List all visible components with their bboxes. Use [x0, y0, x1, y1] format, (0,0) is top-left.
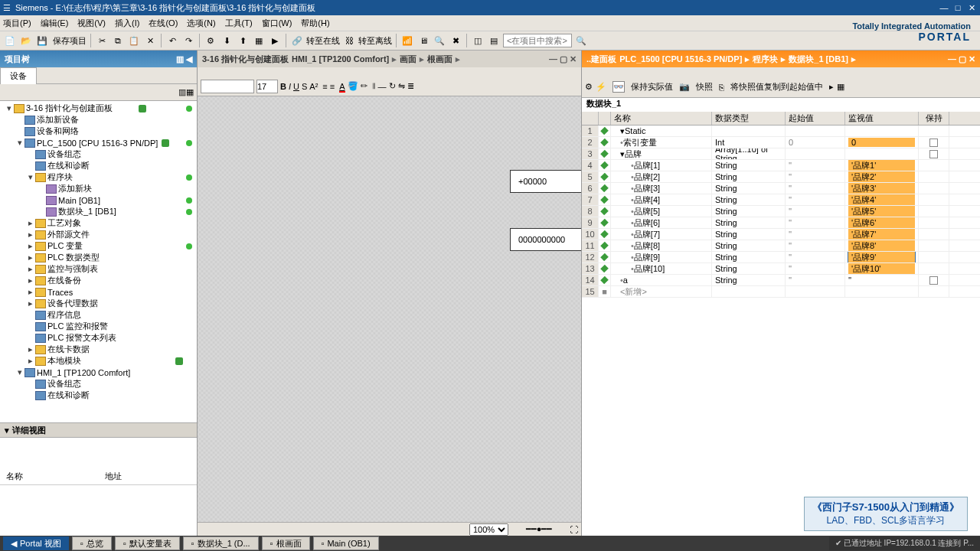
- db-row[interactable]: 15■<新增>: [582, 286, 980, 298]
- breadcrumb-item[interactable]: HMI_1 [TP1200 Comfort]: [292, 54, 389, 64]
- device-config-icon[interactable]: 🖥: [416, 34, 430, 47]
- align-left-icon[interactable]: ≡: [322, 82, 327, 91]
- db-tool2-icon[interactable]: ⚡: [596, 82, 606, 92]
- delete-icon[interactable]: ✕: [143, 34, 157, 47]
- layer-icon[interactable]: ≣: [407, 81, 414, 91]
- menu-item[interactable]: 帮助(H): [301, 18, 329, 29]
- font-size-input[interactable]: [256, 80, 278, 93]
- tree-node[interactable]: 设备和网络: [0, 126, 197, 137]
- project-tree[interactable]: ▾3-16 指针化与创建面板添加新设备设备和网络▾PLC_1500 [CPU 1…: [0, 101, 197, 422]
- save-icon[interactable]: 💾: [35, 34, 49, 47]
- bottom-tab[interactable]: ▫Main (OB1): [313, 536, 379, 550]
- tree-node[interactable]: 在线和诊断: [0, 390, 197, 401]
- db-row[interactable]: 12• 品牌[9]String'''品牌9': [582, 252, 980, 263]
- bottom-tab[interactable]: ▫默认变量表: [115, 536, 180, 550]
- portal-view-button[interactable]: ◀ Portal 视图: [3, 536, 69, 550]
- tree-node[interactable]: ▸在线备份: [0, 275, 197, 286]
- tree-node[interactable]: 设备组态: [0, 148, 197, 160]
- tree-node[interactable]: 添加新设备: [0, 114, 197, 126]
- fit-icon[interactable]: ⛶: [570, 525, 578, 534]
- db-row[interactable]: 8• 品牌[5]String'''品牌5': [582, 206, 980, 217]
- breadcrumb-item[interactable]: 数据块_1 [DB1]: [789, 54, 848, 65]
- db-row[interactable]: 14• aString'''': [582, 275, 980, 286]
- tree-node[interactable]: ▸工艺对象: [0, 217, 197, 229]
- hmi-canvas[interactable]: +000000000000000: [198, 96, 581, 522]
- cut-icon[interactable]: ✂: [95, 34, 109, 47]
- zoom-select[interactable]: 100%: [469, 523, 508, 536]
- flip-icon[interactable]: ⇋: [398, 81, 405, 91]
- io-field[interactable]: +00000: [510, 170, 581, 193]
- paste-icon[interactable]: 📋: [127, 34, 141, 47]
- menu-item[interactable]: 窗口(W): [262, 18, 292, 29]
- cross-ref-icon[interactable]: 🔍: [433, 34, 446, 47]
- tree-node[interactable]: ▾程序块: [0, 171, 197, 183]
- bold-icon[interactable]: B: [280, 82, 286, 91]
- maximize-icon[interactable]: □: [952, 2, 963, 13]
- menu-item[interactable]: 项目(P): [3, 18, 31, 29]
- tree-node[interactable]: Main [OB1]: [0, 194, 197, 206]
- breadcrumb-item[interactable]: 程序块: [753, 54, 778, 65]
- db-grid[interactable]: 名称 数据类型 起始值 监视值 保持 1▾ Static2• 索引变量Int00…: [582, 112, 980, 536]
- db-row[interactable]: 1▾ Static: [582, 126, 980, 137]
- tree-node[interactable]: 程序信息: [0, 309, 197, 321]
- snapshot-icon[interactable]: 📷: [679, 82, 690, 92]
- h-align-icon[interactable]: ⫴: [372, 81, 376, 91]
- db-row[interactable]: 11• 品牌[8]String'''品牌8': [582, 240, 980, 252]
- tree-node[interactable]: ▾3-16 指针化与创建面板: [0, 103, 197, 114]
- db-row[interactable]: 2• 索引变量Int00: [582, 137, 980, 148]
- go-offline-label[interactable]: 转至离线: [358, 35, 392, 47]
- simulate-icon[interactable]: ▦: [252, 34, 266, 47]
- tree-node[interactable]: ▸PLC 数据类型: [0, 252, 197, 263]
- menu-item[interactable]: 工具(T): [225, 18, 253, 29]
- delete2-icon[interactable]: ✖: [449, 34, 462, 47]
- tree-node[interactable]: 添加新块: [0, 183, 197, 194]
- breadcrumb-item[interactable]: PLC_1500 [CPU 1516-3 PN/DP]: [619, 54, 742, 64]
- open-project-icon[interactable]: 📂: [19, 34, 33, 47]
- snapshot-label[interactable]: 快照: [693, 81, 716, 93]
- tree-node[interactable]: ▸本地模块: [0, 355, 197, 367]
- menu-item[interactable]: 视图(V): [77, 18, 106, 29]
- bottom-tab[interactable]: ▫数据块_1 (D...: [183, 536, 259, 550]
- tree-node[interactable]: 设备组态: [0, 378, 197, 390]
- tree-node[interactable]: ▾PLC_1500 [CPU 1516-3 PN/DP]: [0, 137, 197, 148]
- line-color-icon[interactable]: ✏: [361, 81, 368, 91]
- tree-node[interactable]: ▸PLC 变量: [0, 240, 197, 252]
- search-icon[interactable]: 🔍: [574, 34, 588, 47]
- db-row[interactable]: 4• 品牌[1]String'''品牌1': [582, 160, 980, 171]
- tree-node[interactable]: ▸设备代理数据: [0, 298, 197, 309]
- v-align-icon[interactable]: —: [378, 82, 387, 91]
- detail-view-header[interactable]: ▾详细视图: [0, 422, 197, 438]
- breadcrumb-item[interactable]: 3-16 指针化与创建面板: [202, 54, 289, 65]
- go-online-label[interactable]: 转至在线: [306, 35, 340, 47]
- tree-expand-icon[interactable]: ▦: [186, 87, 194, 97]
- db-goggles-icon[interactable]: 👓: [612, 81, 625, 93]
- db-row[interactable]: 5• 品牌[2]String'''品牌2': [582, 171, 980, 183]
- upload-icon[interactable]: ⬆: [236, 34, 250, 47]
- download-icon[interactable]: ⬇: [220, 34, 234, 47]
- underline-icon[interactable]: U: [293, 82, 299, 91]
- tree-node[interactable]: 在线和诊断: [0, 160, 197, 171]
- tree-node[interactable]: PLC 报警文本列表: [0, 332, 197, 344]
- superscript-icon[interactable]: A²: [309, 82, 318, 91]
- project-search-input[interactable]: [503, 34, 572, 47]
- go-online-icon[interactable]: 🔗: [290, 34, 304, 47]
- bottom-tab[interactable]: ▫根画面: [262, 536, 310, 550]
- font-color-icon[interactable]: A: [339, 82, 345, 91]
- accessible-devices-icon[interactable]: 📶: [400, 34, 414, 47]
- copy-snap-label[interactable]: 将快照值复制到起始值中: [727, 81, 826, 93]
- close-icon[interactable]: ✕: [966, 2, 977, 13]
- db-row[interactable]: 7• 品牌[4]String'''品牌4': [582, 194, 980, 206]
- copy-snap-icon[interactable]: ⎘: [719, 83, 724, 92]
- breadcrumb-item[interactable]: ..建面板: [586, 54, 616, 65]
- menu-item[interactable]: 编辑(E): [41, 18, 69, 29]
- db-row[interactable]: 10• 品牌[7]String'''品牌7': [582, 229, 980, 240]
- bottom-tab[interactable]: ▫总览: [72, 536, 112, 550]
- db-row[interactable]: 9• 品牌[6]String'''品牌6': [582, 217, 980, 229]
- keep-actual-label[interactable]: 保持实际值: [628, 81, 676, 93]
- font-family-input[interactable]: [201, 80, 254, 93]
- db-more-icon[interactable]: ▸: [829, 82, 834, 92]
- new-project-icon[interactable]: 📄: [3, 34, 17, 47]
- start-icon[interactable]: ▶: [268, 34, 282, 47]
- devices-tab[interactable]: 设备: [0, 67, 37, 84]
- undo-icon[interactable]: ↶: [165, 34, 179, 47]
